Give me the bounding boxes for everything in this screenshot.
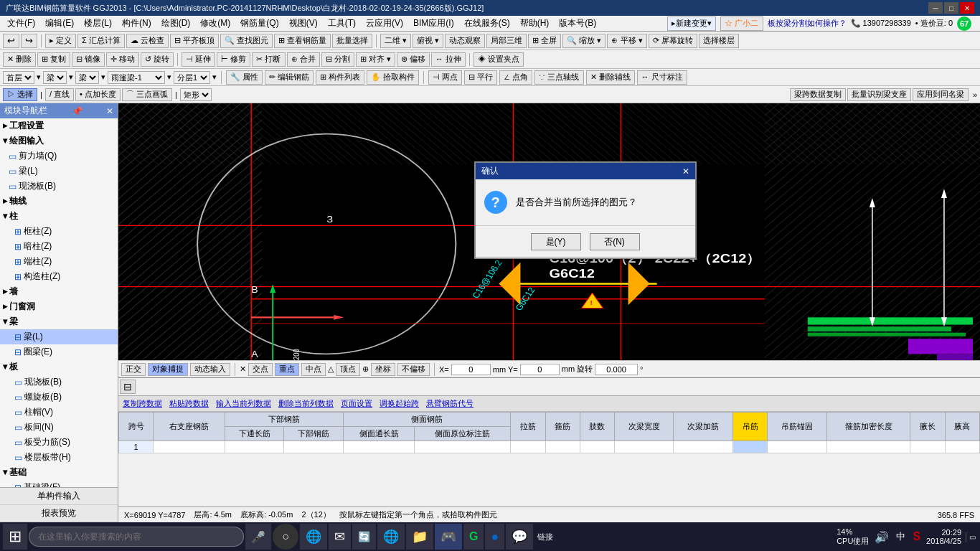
browser-btn[interactable]: 🌐 <box>377 524 405 550</box>
delete-btn[interactable]: ✕ 删除 <box>3 52 36 67</box>
intersection-btn[interactable]: 交点 <box>248 363 273 376</box>
batch-id-seat-btn[interactable]: 批量识别梁支座 <box>847 88 911 101</box>
floor-select[interactable]: 首层 <box>3 71 34 84</box>
report-preview-btn[interactable]: 报表预览 <box>0 505 118 522</box>
tree-end-col[interactable]: ⊞ 端柱(Z) <box>0 254 118 269</box>
nav-panel-pin[interactable]: 📌 <box>72 106 83 116</box>
merge-btn[interactable]: ⊕ 合并 <box>287 52 320 67</box>
pt-length-btn[interactable]: • 点加长度 <box>75 88 121 101</box>
ggj-app-btn[interactable]: 🎮 <box>435 524 462 550</box>
minimize-button[interactable]: ─ <box>928 2 943 14</box>
coord-btn[interactable]: 坐标 <box>371 363 395 376</box>
folder-btn[interactable]: 📁 <box>406 524 433 550</box>
fullscreen-btn[interactable]: ⊞ 全屏 <box>528 34 561 48</box>
tree-wall[interactable]: ▸ 墙 <box>0 284 118 299</box>
chat-btn[interactable]: 💬 <box>506 524 533 550</box>
menu-tools[interactable]: 工具(T) <box>324 16 360 31</box>
menu-modify[interactable]: 修改(M) <box>196 16 235 31</box>
tree-beam-l[interactable]: ▭ 梁(L) <box>0 164 118 179</box>
zoom-out-btn[interactable]: 🔍 缩放 ▾ <box>562 34 606 48</box>
offset-btn[interactable]: ⊛ 偏移 <box>397 52 430 67</box>
menu-draw[interactable]: 绘图(D) <box>157 16 195 31</box>
define-btn[interactable]: ▸ 定义 <box>45 34 76 48</box>
copy-btn[interactable]: ⊞ 复制 <box>37 52 70 67</box>
del-aux-btn[interactable]: ✕ 删除辅线 <box>586 70 635 85</box>
brand-btn[interactable]: ☆ 广小二 <box>720 17 763 31</box>
dialog-close-icon[interactable]: ✕ <box>682 166 689 176</box>
menu-online[interactable]: 在线服务(S) <box>460 16 514 31</box>
object-snap-btn[interactable]: 对象捕捉 <box>148 363 188 376</box>
level-slab-btn[interactable]: ⊟ 平齐板顶 <box>170 34 219 48</box>
menu-cloud[interactable]: 云应用(V) <box>362 16 407 31</box>
menu-view[interactable]: 视图(V) <box>285 16 322 31</box>
copy-span-data-btn[interactable]: 复制跨数据 <box>121 398 164 409</box>
batch-select-btn[interactable]: 批量选择 <box>332 34 372 48</box>
point-angle-btn[interactable]: ∠ 点角 <box>499 70 532 85</box>
tree-foundation[interactable]: ▾ 基础 <box>0 465 118 480</box>
tree-floor-band[interactable]: ▭ 楼层板带(H) <box>0 450 118 465</box>
midpoint-btn[interactable]: 重点 <box>275 363 299 376</box>
tree-spiral-slab[interactable]: ▭ 螺旋板(B) <box>0 390 118 405</box>
cell-hanger[interactable] <box>732 441 767 453</box>
dialog-no-button[interactable]: 否(N) <box>590 233 640 250</box>
antivirus-icon[interactable]: S <box>911 529 922 545</box>
line-btn[interactable]: / 直线 <box>45 88 74 101</box>
menu-file[interactable]: 文件(F) <box>3 16 39 31</box>
tree-cast-slab[interactable]: ▭ 现浇板(B) <box>0 375 118 390</box>
tree-slab-strip[interactable]: ▭ 板间(N) <box>0 420 118 435</box>
cloud-check-btn[interactable]: ☁ 云检查 <box>126 34 169 48</box>
move-btn[interactable]: ✛ 移动 <box>106 52 139 67</box>
close-button[interactable]: ✕ <box>960 2 974 14</box>
mirror-btn[interactable]: ⊟ 镜像 <box>72 52 105 67</box>
dialog-yes-button[interactable]: 是(Y) <box>531 233 581 250</box>
split-btn[interactable]: ⊟ 分割 <box>321 52 354 67</box>
view-rebar-btn[interactable]: ⊞ 查看钢筋量 <box>274 34 331 48</box>
find-circle-btn[interactable]: 🔍 查找图元 <box>220 34 273 48</box>
pick-component-btn[interactable]: ✋ 拾取构件 <box>367 70 419 85</box>
redo-btn[interactable]: ↪ <box>21 34 37 48</box>
data-table-wrap[interactable]: 跨号 右支座钢筋 下部钢筋 侧面钢筋 拉筋 箍筋 肢数 次梁宽度 次梁加筋 吊筋 <box>118 412 980 507</box>
2d-btn[interactable]: 二维 ▾ <box>380 34 411 48</box>
tree-struct-col[interactable]: ⊞ 构造柱(Z) <box>0 269 118 284</box>
three-pt-arc-btn[interactable]: ⌒ 三点画弧 <box>122 88 172 101</box>
tree-found-beam[interactable]: ⊟ 基础梁(F) <box>0 480 118 487</box>
set-grip-btn[interactable]: ◈ 设置夹点 <box>473 52 524 67</box>
tree-col-cap[interactable]: ▭ 柱帽(V) <box>0 405 118 420</box>
y-input[interactable] <box>520 364 560 375</box>
local-3d-btn[interactable]: 局部三维 <box>486 34 527 48</box>
single-component-btn[interactable]: 单构件输入 <box>0 488 118 505</box>
tree-axis[interactable]: ▸ 轴线 <box>0 194 118 209</box>
two-point-btn[interactable]: ⊣ 两点 <box>428 70 462 85</box>
tree-beam[interactable]: ▾ 梁 <box>0 314 118 329</box>
tree-ring-beam[interactable]: ⊟ 圈梁(E) <box>0 344 118 359</box>
cortana-btn[interactable]: ○ <box>273 524 298 550</box>
start-button[interactable]: ⊞ <box>3 524 27 550</box>
tree-beam-item[interactable]: ⊟ 梁(L) <box>0 329 118 344</box>
select-floor-btn[interactable]: 选择楼层 <box>699 34 739 48</box>
tree-slab-rebar[interactable]: ▭ 板受力筋(S) <box>0 435 118 450</box>
select-mode-btn[interactable]: ▷ 选择 <box>3 88 37 101</box>
tree-drawing-input[interactable]: ▾ 绘图输入 <box>0 133 118 149</box>
tree-shear-wall[interactable]: ▭ 剪力墙(Q) <box>0 149 118 164</box>
sub-type-select[interactable]: 梁 <box>75 71 99 84</box>
refresh-btn[interactable]: 🔄 <box>352 524 376 550</box>
sum-calc-btn[interactable]: Σ 汇总计算 <box>77 34 125 48</box>
green-app-btn[interactable]: G <box>463 524 484 550</box>
tree-frame-col[interactable]: ⊞ 框柱(Z) <box>0 224 118 239</box>
view-btn[interactable]: 俯视 ▾ <box>413 34 443 48</box>
copy-span-btn[interactable]: 梁跨数据复制 <box>790 88 846 101</box>
menu-component[interactable]: 构件(N) <box>118 16 156 31</box>
canvas-area[interactable]: ! C16@100（2） 2C22+（2C12） G6C12 雨篷梁-1 2C1… <box>118 103 980 360</box>
dynamic-view-btn[interactable]: 动态观察 <box>445 34 485 48</box>
clock[interactable]: 20:29 2018/4/25 <box>926 528 961 545</box>
x-input[interactable] <box>451 364 491 375</box>
input-method-icon[interactable]: 中 <box>895 529 907 545</box>
notification-badge[interactable]: 67 <box>957 17 971 31</box>
center-btn[interactable]: 中点 <box>301 363 326 376</box>
menu-floor[interactable]: 楼层(L) <box>80 16 116 31</box>
undo-btn[interactable]: ↩ <box>3 34 19 48</box>
page-setup-btn[interactable]: 页面设置 <box>339 398 374 409</box>
stretch-btn[interactable]: ↔ 拉伸 <box>431 52 466 67</box>
swap-start-span-btn[interactable]: 调换起始跨 <box>378 398 420 409</box>
edit-rebar-btn[interactable]: ✏ 编辑钢筋 <box>265 70 314 85</box>
